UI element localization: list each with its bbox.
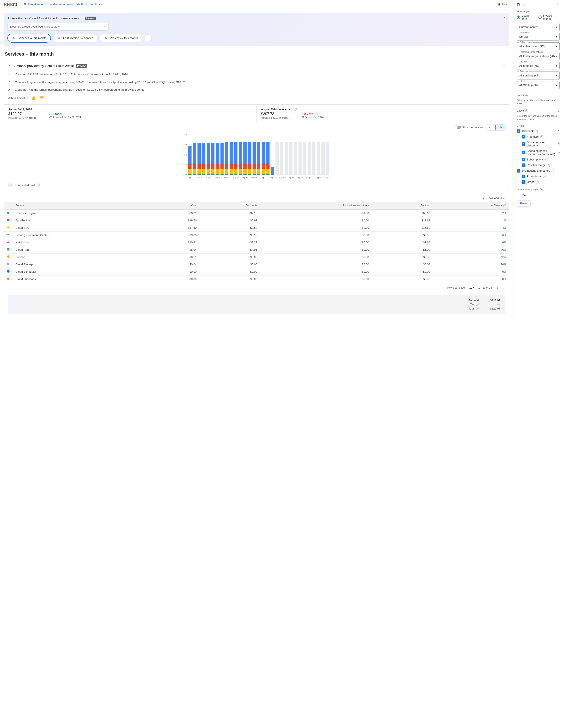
svg-text:Aug 29: Aug 29	[315, 177, 322, 179]
spending-checkbox[interactable]: Spending based discounts (contractual) ?	[517, 148, 560, 157]
locations-expander[interactable]: Locations ⌄	[517, 92, 560, 98]
help-icon[interactable]: ?	[540, 135, 543, 138]
actual-date: August 1–19, 2024	[8, 108, 252, 111]
see-all-reports-link[interactable]: ☰ See all reports	[24, 3, 46, 6]
table-row[interactable]: Support $0.59 -$0.03 $0.00 $0.56 New	[4, 253, 509, 261]
service-column[interactable]: Service	[12, 202, 149, 210]
svg-rect-68	[234, 142, 237, 164]
prev-page-button[interactable]: ‹	[496, 285, 499, 291]
learn-link[interactable]: 🎓 Learn	[498, 3, 509, 6]
help-icon[interactable]: ?	[37, 184, 40, 187]
help-icon[interactable]: ?	[540, 188, 543, 191]
table-row[interactable]: Security Command Center $3.05 -$0.12 $0.…	[4, 231, 509, 239]
radio-label: Usage date	[521, 14, 535, 20]
services-select[interactable]: Services All services (47) ▾	[517, 72, 560, 79]
line-chart-button[interactable]	[486, 124, 496, 130]
table-row[interactable]: Compute Engine $88.81 -$7.18 -$1.00 $80.…	[4, 209, 509, 217]
svg-text:Aug 7: Aug 7	[215, 177, 220, 179]
next-page-button[interactable]: ›	[503, 285, 505, 291]
print-link[interactable]: 🖶 Print	[77, 3, 87, 6]
help-icon[interactable]: ?	[548, 164, 551, 167]
thumb-up-button[interactable]: 👍	[31, 95, 36, 100]
invoice-month-radio[interactable]: Invoice month	[538, 14, 560, 20]
marker-cell	[4, 261, 12, 268]
svg-rect-106	[299, 142, 302, 174]
summary-card: ✦ Summary provided by Gemini Cloud Assis…	[4, 61, 509, 190]
table-row[interactable]: Cloud Storage $0.04 $0.00 $0.00 $0.04 ↓ …	[4, 261, 509, 268]
free-tiers-checkbox[interactable]: Free tiers ?	[517, 134, 560, 140]
table-row[interactable]: Cloud Run $5.94 -$4.91 $0.00 $1.02 ↓ 76%	[4, 246, 509, 253]
gemini-search-input[interactable]: Describe a report you would like to view…	[7, 23, 109, 31]
change-column[interactable]: % Change ?	[433, 202, 509, 210]
chevron-up-icon[interactable]: ⌃	[557, 169, 560, 173]
subtotal-value: $122.07	[485, 299, 500, 302]
service-cell: Compute Engine	[12, 209, 149, 217]
bar-chart-button[interactable]	[495, 124, 505, 131]
projects-select[interactable]: Projects All projects (55) ▾	[517, 62, 560, 70]
help-icon[interactable]: ?	[476, 303, 479, 306]
svg-text:Aug 19: Aug 19	[269, 177, 276, 179]
sustained-checkbox[interactable]: Sustained use discounts ?	[517, 140, 560, 148]
cost-column[interactable]: Cost	[149, 202, 199, 210]
help-icon[interactable]: ?	[536, 130, 539, 133]
table-row[interactable]: Cloud Scheduler $0.00 $0.00 $0.00 $0.00 …	[4, 268, 509, 275]
chip-projects-this-month[interactable]: Projects – this month	[100, 34, 142, 42]
share-link[interactable]: ⊕ Share	[91, 3, 102, 6]
select-label: SKUs	[519, 80, 526, 82]
actual-change-sub: -$5.21 over July 13 – 31, 2024	[49, 116, 81, 118]
help-icon[interactable]: ?	[503, 204, 506, 207]
subscriptions-checkbox[interactable]: Subscriptions ?	[517, 157, 560, 162]
reseller-checkbox[interactable]: Reseller margin ?	[517, 162, 560, 168]
chip-next-button[interactable]: ›	[144, 34, 151, 42]
date-range-select[interactable]: Current month ▾	[517, 23, 560, 31]
collapse-summary-button[interactable]: ⌃	[503, 64, 505, 67]
folders-select[interactable]: Folders & Organizations All folders/orga…	[517, 52, 560, 60]
subtotal-cell: $16.62	[372, 224, 433, 231]
svg-rect-30	[193, 169, 196, 174]
chip-last-invoice[interactable]: Last invoice by service	[53, 34, 98, 42]
chip-services-this-month[interactable]: Services – this month	[7, 34, 51, 43]
promotions-others-checkbox[interactable]: Promotions and others ? ⌃	[517, 168, 560, 174]
collapse-gemini-button[interactable]: ⌃	[504, 17, 506, 20]
promo-column[interactable]: Promotions and others	[260, 202, 372, 210]
group-by-select[interactable]: Group by Service ▾	[517, 33, 560, 41]
help-icon[interactable]: ?	[294, 108, 297, 111]
labels-expander[interactable]: Labels ? ⌄	[517, 108, 560, 114]
change-cell: ↓ 2%	[433, 209, 509, 217]
svg-rect-131	[7, 248, 9, 250]
table-row[interactable]: Networking $10.91 -$9.27 $0.00 $1.64 ↓ 6…	[4, 239, 509, 246]
promotions-checkbox[interactable]: Promotions ?	[517, 174, 560, 179]
help-icon[interactable]: ?	[545, 158, 548, 161]
collapse-filters-button[interactable]: ›|	[557, 3, 560, 7]
table-row[interactable]: App Engine $19.60 -$0.98 $0.00 $18.62 ↑ …	[4, 217, 509, 224]
skus-select[interactable]: SKUs All SKUs (408) ▾	[517, 81, 560, 89]
chevron-up-icon[interactable]: ⌃	[557, 129, 560, 133]
generate-query-link[interactable]: ⌕ Generate query	[50, 3, 73, 6]
thumb-down-button[interactable]: 👎	[39, 95, 44, 100]
discounts-column[interactable]: Discounts	[199, 202, 260, 210]
other-checkbox[interactable]: Other ?	[517, 179, 560, 185]
svg-text:$8: $8	[184, 134, 187, 136]
reset-button[interactable]: Reset	[517, 200, 531, 207]
subaccounts-select[interactable]: Subaccounts All subaccounts (27) ▾	[517, 42, 560, 50]
help-icon[interactable]: ?	[558, 151, 560, 154]
change-cell: 0%	[433, 268, 509, 275]
download-csv-button[interactable]: ⭳ Download CSV	[482, 196, 505, 200]
promo-cell: $0.00	[260, 275, 372, 283]
cumulative-toggle[interactable]: Show cumulative	[454, 126, 483, 129]
table-row[interactable]: Cloud Functions $0.00 $0.00 $0.00 $0.00 …	[4, 275, 509, 283]
svg-rect-107	[303, 142, 306, 174]
help-icon[interactable]: ?	[557, 142, 560, 145]
help-icon[interactable]: ?	[536, 180, 539, 184]
help-icon[interactable]: ?	[543, 175, 546, 178]
gcloud-icon	[12, 36, 16, 40]
tax-checkbox[interactable]: Tax	[517, 193, 560, 198]
help-icon[interactable]: ?	[476, 307, 479, 310]
help-icon[interactable]: ?	[552, 169, 555, 172]
help-icon[interactable]: ?	[525, 109, 528, 112]
subtotal-column[interactable]: ↓ Subtotal	[372, 202, 433, 210]
discounts-checkbox[interactable]: Discounts ? ⌃	[517, 128, 560, 134]
usage-date-radio[interactable]: Usage date	[517, 14, 535, 20]
rows-per-page-select[interactable]: 10 ▾	[470, 286, 474, 289]
table-row[interactable]: Cloud SQL $17.50 -$0.88 $0.00 $16.62 ↓ 4…	[4, 224, 509, 231]
